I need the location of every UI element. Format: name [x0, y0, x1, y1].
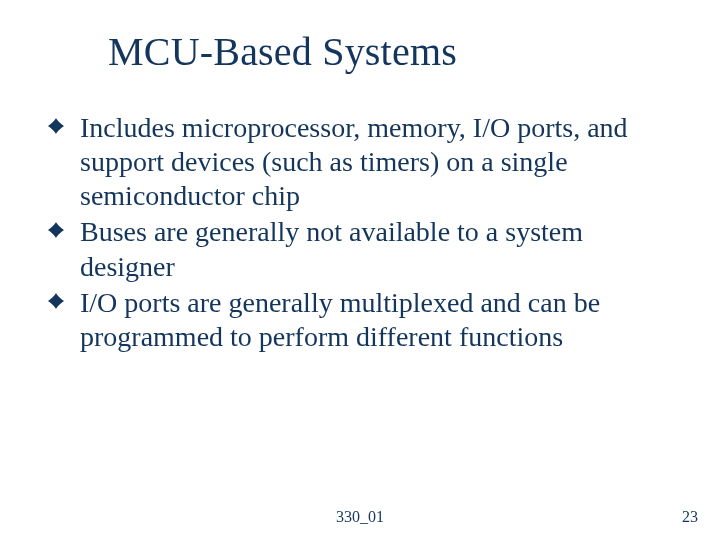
list-item: Buses are generally not available to a s… — [48, 215, 672, 283]
list-item: Includes microprocessor, memory, I/O por… — [48, 111, 672, 213]
page-number: 23 — [682, 508, 698, 526]
bullet-list: Includes microprocessor, memory, I/O por… — [48, 111, 672, 354]
footer-label: 330_01 — [0, 508, 720, 526]
list-item: I/O ports are generally multiplexed and … — [48, 286, 672, 354]
bullet-text: I/O ports are generally multiplexed and … — [80, 287, 600, 352]
diamond-bullet-icon — [48, 293, 64, 309]
diamond-bullet-icon — [48, 222, 64, 238]
bullet-text: Includes microprocessor, memory, I/O por… — [80, 112, 628, 211]
diamond-bullet-icon — [48, 118, 64, 134]
bullet-text: Buses are generally not available to a s… — [80, 216, 583, 281]
slide: MCU-Based Systems Includes microprocesso… — [0, 0, 720, 540]
slide-title: MCU-Based Systems — [108, 28, 672, 75]
